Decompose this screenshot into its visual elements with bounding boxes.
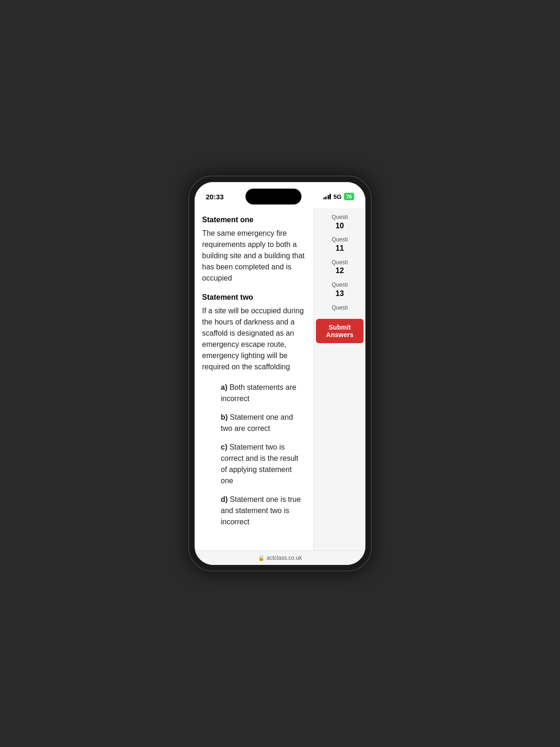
signal-bars	[323, 194, 331, 199]
question-item-extra[interactable]: Questi	[316, 303, 364, 314]
question-item-13[interactable]: Questi 13	[316, 280, 364, 300]
question-label-13: Questi	[318, 282, 362, 289]
question-label-extra: Questi	[318, 304, 362, 312]
answer-option-a[interactable]: a) Both statements are incorrect	[216, 382, 306, 404]
dynamic-island	[245, 189, 301, 204]
network-type: 5G	[333, 193, 341, 200]
battery-badge: 76	[344, 193, 354, 200]
answer-a-text: Both statements are incorrect	[221, 383, 296, 402]
answer-c-label: c)	[221, 443, 227, 451]
answers-section: a) Both statements are incorrect b) Stat…	[202, 382, 306, 528]
question-number-13: 13	[318, 289, 362, 299]
right-column: Questi 10 Questi 11 Questi 12 Questi 13	[314, 208, 365, 550]
question-item-11[interactable]: Questi 11	[316, 234, 364, 255]
statement-one-section: Statement one The same emergency fire re…	[202, 216, 306, 284]
left-column: Statement one The same emergency fire re…	[195, 208, 314, 550]
question-item-12[interactable]: Questi 12	[316, 257, 364, 278]
status-icons: 5G 76	[323, 193, 354, 200]
statement-two-section: Statement two If a site will be occupied…	[202, 293, 306, 373]
question-label-12: Questi	[318, 259, 362, 267]
status-bar: 20:33 5G 76	[195, 182, 365, 208]
answer-c-text: Statement two is correct and is the resu…	[221, 443, 298, 485]
answer-option-b[interactable]: b) Statement one and two are correct	[216, 412, 306, 434]
statement-two-text: If a site will be occupied during the ho…	[202, 305, 306, 373]
question-number-12: 12	[318, 266, 362, 276]
statement-one-heading: Statement one	[202, 216, 306, 224]
question-label-11: Questi	[318, 236, 362, 244]
phone-frame: 20:33 5G 76 Statement one The same emerg…	[189, 176, 371, 571]
answer-a-label: a)	[221, 383, 227, 391]
content-area: Statement one The same emergency fire re…	[195, 208, 365, 550]
url-text: actclass.co.uk	[266, 555, 301, 561]
question-number-10: 10	[318, 221, 362, 231]
answer-d-text: Statement one is true and statement two …	[221, 495, 301, 526]
status-time: 20:33	[206, 193, 224, 201]
question-item-10[interactable]: Questi 10	[316, 212, 364, 233]
answer-b-label: b)	[221, 413, 228, 421]
answer-option-c[interactable]: c) Statement two is correct and is the r…	[216, 442, 306, 486]
answer-d-label: d)	[221, 495, 228, 503]
lock-icon: 🔒	[258, 555, 265, 561]
answer-option-d[interactable]: d) Statement one is true and statement t…	[216, 494, 306, 528]
submit-answers-button[interactable]: Submit Answers	[316, 319, 364, 343]
question-number-11: 11	[318, 244, 362, 254]
main-layout: Statement one The same emergency fire re…	[195, 208, 365, 550]
question-label-10: Questi	[318, 214, 362, 221]
statement-two-heading: Statement two	[202, 293, 306, 302]
phone-screen: 20:33 5G 76 Statement one The same emerg…	[195, 182, 365, 565]
answer-b-text: Statement one and two are correct	[221, 413, 293, 432]
url-bar: 🔒 actclass.co.uk	[195, 550, 365, 565]
statement-one-text: The same emergency fire requirements app…	[202, 228, 306, 284]
